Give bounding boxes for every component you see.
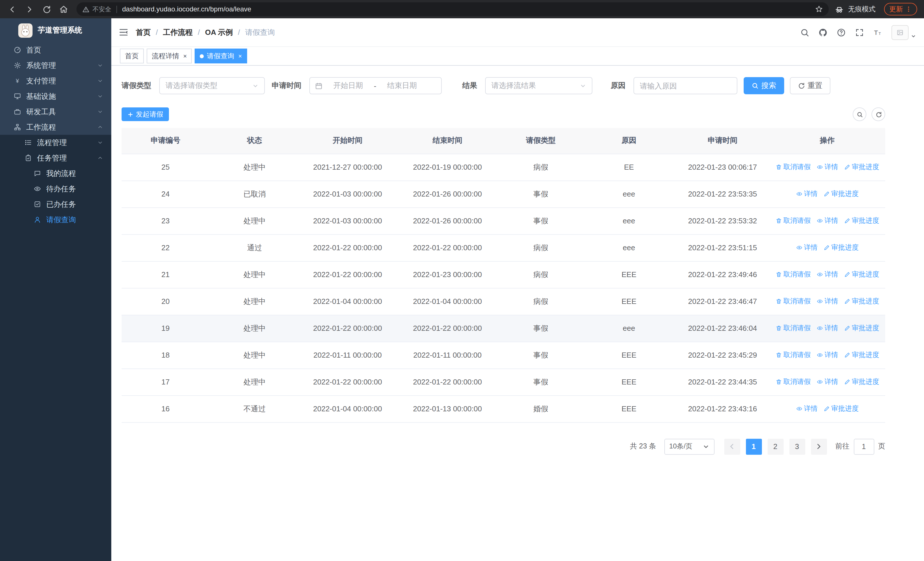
cancel-leave-action[interactable]: 取消请假	[776, 296, 811, 306]
cell-reason: EEE	[582, 368, 676, 396]
breadcrumb-home[interactable]: 首页	[136, 27, 151, 38]
table-row: 20处理中2022-01-04 00:00:002022-01-04 00:00…	[122, 288, 885, 315]
detail-action[interactable]: 详情	[796, 189, 818, 199]
fullscreen-icon[interactable]	[855, 28, 864, 37]
tab-请假查询[interactable]: 请假查询×	[195, 48, 247, 63]
bookmark-star-icon[interactable]	[815, 5, 823, 13]
sidebar-item-已办任务[interactable]: 已办任务	[0, 197, 111, 212]
approval-progress-action[interactable]: 审批进度	[844, 162, 879, 172]
breadcrumb-oa-example[interactable]: OA 示例	[205, 27, 233, 38]
sidebar-item-待办任务[interactable]: 待办任务	[0, 181, 111, 197]
sidebar-item-任务管理[interactable]: 任务管理	[0, 150, 111, 165]
tab-label: 流程详情	[152, 51, 179, 61]
cancel-leave-action[interactable]: 取消请假	[776, 350, 811, 360]
search-button[interactable]: 搜索	[744, 77, 784, 94]
result-select[interactable]: 请选择流结果	[485, 77, 592, 94]
github-icon[interactable]	[818, 28, 828, 37]
approval-progress-action[interactable]: 审批进度	[823, 243, 859, 253]
sidebar-item-基础设施[interactable]: 基础设施	[0, 89, 111, 104]
create-leave-label: 发起请假	[136, 110, 163, 119]
prev-page-button[interactable]	[724, 438, 740, 454]
cell-status: 处理中	[210, 341, 300, 368]
cancel-leave-action[interactable]: 取消请假	[776, 377, 811, 387]
pagination: 共 23 条 10条/页 123 前往 页	[122, 438, 885, 454]
page-button-3[interactable]: 3	[789, 438, 805, 454]
approval-progress-action[interactable]: 审批进度	[823, 189, 859, 199]
page-buttons: 123	[743, 438, 808, 454]
cancel-leave-action[interactable]: 取消请假	[776, 270, 811, 279]
approval-progress-action[interactable]: 审批进度	[844, 270, 879, 279]
cell-reason: eee	[582, 315, 676, 341]
sidebar-item-首页[interactable]: 首页	[0, 42, 111, 58]
reset-button[interactable]: 重置	[790, 77, 830, 94]
browser-update-button[interactable]: 更新	[884, 3, 917, 15]
sidebar-item-研发工具[interactable]: 研发工具	[0, 104, 111, 119]
tags-view: 首页流程详情×请假查询×	[111, 47, 924, 66]
view-icon	[796, 191, 802, 197]
page-button-1[interactable]: 1	[746, 438, 762, 454]
approval-progress-action[interactable]: 审批进度	[844, 296, 879, 306]
approval-progress-action[interactable]: 审批进度	[844, 216, 879, 226]
sidebar-item-我的流程[interactable]: 我的流程	[0, 165, 111, 181]
detail-action[interactable]: 详情	[816, 323, 838, 333]
detail-action[interactable]: 详情	[816, 296, 838, 306]
apply-time-range-picker[interactable]: 开始日期 - 结束日期	[309, 77, 442, 94]
edit-icon	[844, 271, 850, 278]
detail-action[interactable]: 详情	[796, 243, 818, 253]
browser-menu-kebab-icon[interactable]	[905, 6, 912, 12]
search-icon[interactable]	[800, 28, 809, 37]
reason-input[interactable]	[633, 77, 737, 94]
cancel-leave-action[interactable]: 取消请假	[776, 162, 811, 172]
next-page-button[interactable]	[811, 438, 827, 454]
tab-流程详情[interactable]: 流程详情×	[147, 48, 192, 63]
font-size-icon[interactable]: TT	[873, 28, 882, 37]
sidebar-item-系统管理[interactable]: 系统管理	[0, 58, 111, 73]
cancel-leave-action[interactable]: 取消请假	[776, 216, 811, 226]
cell-status: 已取消	[210, 180, 300, 208]
approval-progress-action[interactable]: 审批进度	[844, 350, 879, 360]
browser-address-bar[interactable]: 不安全 dashboard.yudao.iocoder.cn/bpm/oa/le…	[76, 2, 829, 16]
user-avatar[interactable]	[891, 25, 916, 40]
detail-action[interactable]: 详情	[796, 404, 818, 414]
sidebar-item-流程管理[interactable]: 流程管理	[0, 135, 111, 150]
detail-action[interactable]: 详情	[816, 350, 838, 360]
action-label: 审批进度	[831, 189, 859, 199]
page-button-2[interactable]: 2	[767, 438, 783, 454]
action-label: 审批进度	[852, 377, 879, 387]
detail-action[interactable]: 详情	[816, 377, 838, 387]
goto-label: 前往	[835, 442, 849, 451]
toggle-search-button[interactable]	[853, 107, 866, 121]
tab-close-icon[interactable]: ×	[183, 53, 187, 59]
tab-close-icon[interactable]: ×	[238, 53, 242, 59]
leave-type-select[interactable]: 请选择请假类型	[159, 77, 265, 94]
browser-reload-icon[interactable]	[39, 2, 54, 17]
breadcrumb-workflow[interactable]: 工作流程	[163, 27, 193, 38]
approval-progress-action[interactable]: 审批进度	[823, 404, 859, 414]
detail-action[interactable]: 详情	[816, 162, 838, 172]
cancel-leave-action[interactable]: 取消请假	[776, 323, 811, 333]
cell-start-time: 2022-01-22 00:00:00	[300, 261, 396, 288]
approval-progress-action[interactable]: 审批进度	[844, 323, 879, 333]
create-leave-button[interactable]: 发起请假	[122, 107, 169, 121]
goto-page-input[interactable]	[854, 438, 874, 454]
refresh-table-button[interactable]	[872, 107, 885, 121]
plus-icon	[127, 111, 134, 117]
browser-back-icon[interactable]	[4, 2, 20, 17]
sidebar-item-请假查询[interactable]: 请假查询	[0, 212, 111, 227]
sidebar-item-工作流程[interactable]: 工作流程	[0, 119, 111, 135]
help-icon[interactable]	[837, 28, 846, 37]
chevron-down-icon	[98, 140, 103, 145]
detail-action[interactable]: 详情	[816, 216, 838, 226]
page-size-select[interactable]: 10条/页	[664, 438, 714, 454]
menu-item-label: 任务管理	[37, 153, 67, 163]
leave-user-icon	[34, 216, 41, 223]
tab-首页[interactable]: 首页	[120, 48, 144, 63]
browser-forward-icon[interactable]	[22, 2, 36, 17]
approval-progress-action[interactable]: 审批进度	[844, 377, 879, 387]
detail-action[interactable]: 详情	[816, 270, 838, 279]
edit-icon	[844, 379, 850, 385]
browser-home-icon[interactable]	[56, 2, 71, 17]
cell-status: 通过	[210, 234, 300, 261]
sidebar-collapse-icon[interactable]	[111, 27, 136, 37]
sidebar-item-支付管理[interactable]: ¥支付管理	[0, 73, 111, 89]
